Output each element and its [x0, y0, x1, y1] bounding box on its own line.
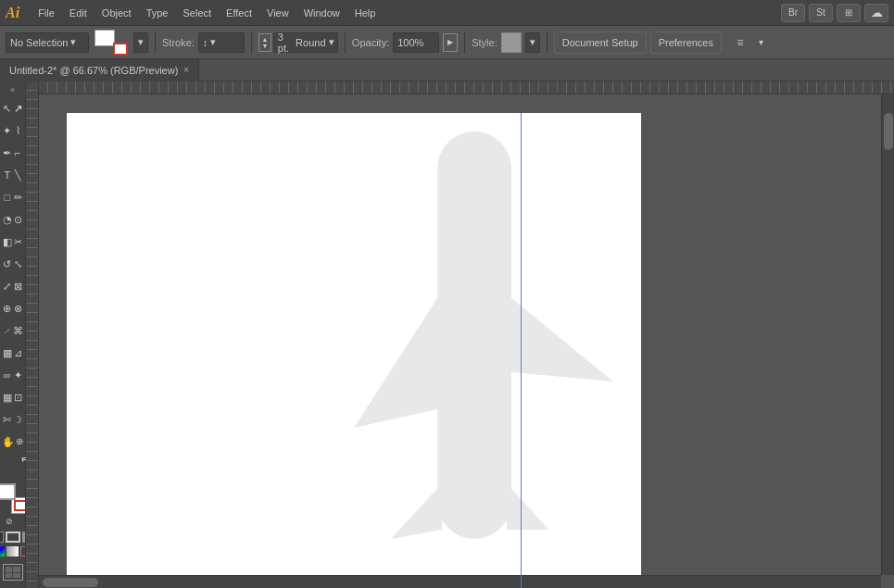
- tool-row-11: ⟋ ⌘: [2, 319, 23, 342]
- menu-bar: Ai File Edit Object Type Select Effect V…: [0, 0, 894, 26]
- stock-btn[interactable]: St: [809, 4, 833, 22]
- chevron-down-icon3: ▾: [530, 36, 535, 48]
- perspective-tool[interactable]: ⟋: [2, 319, 13, 342]
- slice-tool[interactable]: ✄: [2, 408, 13, 431]
- graph-tool[interactable]: ▦: [2, 386, 13, 408]
- doc-setup-button[interactable]: Document Setup: [554, 31, 647, 54]
- chevron-down-icon2: ▾: [329, 36, 334, 48]
- menu-object[interactable]: Object: [94, 5, 139, 21]
- eraser-tool[interactable]: ◧: [2, 231, 13, 253]
- curvature-tool[interactable]: ⌐: [13, 142, 24, 164]
- stroke-color-swatch[interactable]: [12, 498, 27, 513]
- left-toolbar: « ↖ ↗ ✦ ⌇ ✒ ⌐: [0, 81, 26, 588]
- app-switcher: Br St ⊞ ☁: [781, 4, 888, 22]
- vertical-scrollbar[interactable]: [881, 94, 894, 575]
- horizontal-scrollbar[interactable]: [39, 575, 881, 588]
- scrollbar-thumb-v[interactable]: [884, 113, 893, 150]
- bridge-btn[interactable]: Br: [781, 4, 805, 22]
- artboard: [67, 113, 641, 588]
- fill-color-group[interactable]: [94, 30, 128, 56]
- pencil-tool[interactable]: ✏: [13, 186, 24, 208]
- app-logo: Ai: [6, 5, 19, 21]
- hand-tool[interactable]: ✋: [2, 431, 15, 453]
- shape-builder-tool[interactable]: ⊕: [2, 297, 13, 319]
- main-area: « ↖ ↗ ✦ ⌇ ✒ ⌐: [0, 81, 894, 588]
- collapse-btn[interactable]: ▾: [755, 31, 768, 54]
- menu-view[interactable]: View: [259, 5, 296, 21]
- eyedropper-tool[interactable]: ⊿: [13, 342, 24, 364]
- default-colors-icon[interactable]: ⊘: [6, 517, 13, 526]
- lasso-tool[interactable]: ⌇: [13, 119, 24, 142]
- gradient-tool[interactable]: ▦: [2, 342, 13, 364]
- canvas-area[interactable]: [26, 81, 894, 588]
- fill-mode-btn[interactable]: [0, 532, 4, 543]
- hand-tool2[interactable]: ☽: [13, 408, 24, 431]
- scissors-tool[interactable]: ✂: [13, 231, 24, 253]
- stroke-swatch[interactable]: [113, 43, 128, 56]
- menu-type[interactable]: Type: [139, 5, 176, 21]
- toolbar-collapse[interactable]: «: [2, 85, 23, 94]
- cloud-btn[interactable]: ☁: [864, 4, 888, 22]
- tool-row-3: ✒ ⌐: [2, 142, 23, 164]
- selection-tool[interactable]: ↖: [2, 97, 13, 119]
- fill-swatch[interactable]: [94, 30, 115, 46]
- preferences-button[interactable]: Preferences: [650, 31, 722, 54]
- free-transform-tool[interactable]: ⊠: [13, 275, 24, 297]
- selection-dropdown[interactable]: No Selection ▾: [6, 32, 89, 53]
- mesh-tool[interactable]: ⌘: [13, 319, 24, 342]
- menu-file[interactable]: File: [31, 5, 62, 21]
- rotate-tool[interactable]: ↺: [2, 253, 13, 275]
- stroke-size-input[interactable]: 3 pt. Round ▾: [273, 32, 338, 53]
- line-tool[interactable]: ╲: [13, 164, 24, 186]
- rect-tool[interactable]: □: [2, 186, 13, 208]
- scrollbar-thumb[interactable]: [43, 578, 98, 587]
- magic-wand-tool[interactable]: ✦: [2, 119, 13, 142]
- separator3: [345, 31, 346, 54]
- paintbrush-tool[interactable]: ◔: [2, 208, 13, 231]
- tool-row-13: ∞ ✦: [2, 364, 23, 386]
- stroke-size-group: ▲ ▼ 3 pt. Round ▾: [258, 32, 338, 53]
- edit-toolbar-btn[interactable]: ≡: [729, 31, 751, 54]
- symbol-sprayer-tool[interactable]: ✦: [13, 364, 24, 386]
- color-mode-btn[interactable]: [0, 546, 5, 557]
- guide-line: [521, 113, 522, 588]
- stroke-size-spinner[interactable]: ▲ ▼: [258, 33, 271, 52]
- grid-btn[interactable]: ⊞: [837, 4, 861, 22]
- pen-tool[interactable]: ✒: [2, 142, 13, 164]
- menu-edit[interactable]: Edit: [62, 5, 94, 21]
- options-bar: No Selection ▾ ▾ Stroke: ↕ ▾ ▲ ▼ 3 pt. R…: [0, 26, 894, 59]
- stroke-mode-btn[interactable]: [6, 532, 20, 543]
- style-dropdown[interactable]: ▾: [525, 32, 540, 53]
- fill-color-swatch[interactable]: [0, 483, 16, 500]
- stroke-weight-dropdown[interactable]: ↕ ▾: [198, 32, 245, 53]
- zoom-tool[interactable]: ⊕: [15, 431, 23, 453]
- separator2: [251, 31, 252, 54]
- tab-close-btn[interactable]: ×: [183, 65, 189, 75]
- artboard-tool[interactable]: ⊡: [13, 386, 24, 408]
- scale-tool[interactable]: ⤡: [13, 253, 24, 275]
- separator4: [464, 31, 465, 54]
- opacity-input[interactable]: 100%: [393, 32, 439, 53]
- type-tool[interactable]: T: [2, 164, 13, 186]
- menu-select[interactable]: Select: [175, 5, 219, 21]
- direct-select-tool[interactable]: ↗: [13, 97, 24, 119]
- tool-row-5: □ ✏: [2, 186, 23, 208]
- menu-window[interactable]: Window: [296, 5, 347, 21]
- warp-tool[interactable]: ⤢: [2, 275, 13, 297]
- gradient-mode-btn[interactable]: [6, 546, 19, 557]
- artboards-icon[interactable]: [3, 564, 23, 581]
- fill-dropdown[interactable]: ▾: [133, 32, 148, 53]
- style-swatch[interactable]: [501, 32, 522, 53]
- opacity-expand-btn[interactable]: ▶: [443, 33, 458, 52]
- tab-title: Untitled-2* @ 66.67% (RGB/Preview): [9, 65, 178, 76]
- tool-row-7: ◧ ✂: [2, 231, 23, 253]
- svg-rect-0: [437, 131, 511, 539]
- vertical-ruler: [26, 81, 39, 588]
- tool-row-10: ⊕ ⊗: [2, 297, 23, 319]
- live-paint-tool[interactable]: ⊗: [13, 297, 24, 319]
- menu-effect[interactable]: Effect: [219, 5, 259, 21]
- blob-brush-tool[interactable]: ⊙: [13, 208, 24, 231]
- menu-help[interactable]: Help: [347, 5, 384, 21]
- blend-tool[interactable]: ∞: [2, 364, 13, 386]
- document-tab[interactable]: Untitled-2* @ 66.67% (RGB/Preview) ×: [0, 59, 199, 81]
